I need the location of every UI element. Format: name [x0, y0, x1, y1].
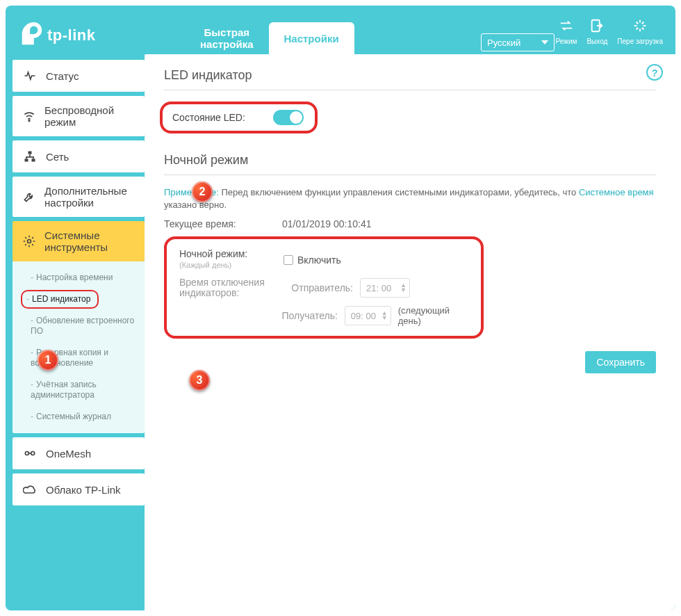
reload-label: Пере загрузка [617, 38, 663, 45]
network-icon [22, 149, 38, 164]
tab-settings-label: Настройки [284, 33, 339, 44]
sender-time-input[interactable]: 21: 00 ▲▼ [360, 278, 410, 298]
svg-point-7 [31, 452, 35, 455]
sender-time-value: 21: 00 [366, 283, 391, 293]
sub-admin[interactable]: -Учётная запись администратора [13, 374, 145, 406]
next-day-note: (следующий день) [398, 305, 468, 326]
enable-label: Включить [297, 254, 341, 266]
subnav-system: -Настройка времени -LED индикатор -Обнов… [13, 261, 145, 433]
section-night-title: Ночной режим [164, 153, 656, 175]
current-time-value: 01/01/2019 00:10:41 [282, 218, 371, 229]
nav-status-label: Статус [46, 70, 79, 82]
step-badge-2: 2 [192, 181, 213, 202]
night-mode-label: Ночной режим: [179, 248, 247, 259]
sub-syslog[interactable]: -Системный журнал [13, 406, 145, 428]
nav-system-label: Системные инструменты [44, 229, 138, 253]
current-time-row: Текущее время: 01/01/2019 00:10:41 [164, 218, 656, 229]
svg-rect-2 [28, 152, 32, 154]
save-button[interactable]: Сохранить [585, 351, 656, 373]
exit-button[interactable]: Выход [586, 18, 607, 45]
receiver-time-value: 09: 00 [351, 311, 376, 321]
section-led-title: LED индикатор [164, 68, 656, 90]
cloud-icon [22, 482, 38, 497]
content-pane: ? LED индикатор Состояние LED: Ночной ре… [145, 54, 675, 610]
exit-label: Выход [586, 38, 607, 45]
nav-extra[interactable]: Дополнительные настройки [13, 177, 145, 217]
brand-text: tp-link [47, 26, 96, 44]
highlight-box-led-state: Состояние LED: [160, 102, 318, 133]
step-badge-3: 3 [189, 370, 210, 391]
mode-button[interactable]: Режим [556, 18, 577, 45]
mode-label: Режим [556, 38, 577, 45]
reload-button[interactable]: Пере загрузка [617, 18, 663, 45]
help-button[interactable]: ? [646, 64, 663, 81]
top-tabs: Быстрая настройка Настройки [185, 22, 354, 54]
receiver-time-input[interactable]: 09: 00 ▲▼ [345, 306, 391, 325]
top-actions: Режим Выход Пере загрузка [556, 18, 663, 45]
reload-icon [632, 18, 648, 35]
current-time-label: Текущее время: [164, 218, 282, 229]
nav-status[interactable]: Статус [13, 60, 145, 92]
nav-network-label: Сеть [46, 151, 69, 163]
system-time-link[interactable]: Системное время [579, 187, 654, 197]
led-state-label: Состояние LED: [168, 112, 245, 123]
wrench-icon [22, 189, 36, 204]
sub-time[interactable]: -Настройка времени [13, 267, 145, 289]
nav-cloud[interactable]: Облако TP-Link [13, 473, 145, 505]
highlight-box-night-mode: Ночной режим: (Каждый день) Включить Вре… [164, 236, 484, 339]
night-mode-sub: (Каждый день) [179, 261, 231, 269]
tab-quick-line1: Быстрая [204, 26, 249, 38]
svg-point-5 [28, 240, 31, 243]
tab-quick-line2: настройка [200, 38, 254, 50]
onemesh-icon [22, 446, 38, 461]
exit-icon [589, 18, 605, 35]
pulse-icon [22, 68, 38, 83]
language-value: Русский [487, 38, 520, 48]
svg-rect-4 [32, 159, 35, 161]
receiver-label: Получатель: [274, 310, 345, 321]
gear-icon [22, 234, 36, 249]
mode-icon [559, 18, 574, 35]
sub-firmware[interactable]: -Обновление встроенного ПО [13, 310, 145, 342]
nav-extra-label: Дополнительные настройки [44, 185, 138, 209]
svg-point-1 [28, 120, 30, 122]
sub-led[interactable]: -LED индикатор [26, 294, 90, 305]
nav-onemesh[interactable]: OneMesh [13, 437, 145, 469]
step-badge-1: 1 [38, 350, 58, 371]
nav-network[interactable]: Сеть [13, 140, 145, 172]
led-state-toggle[interactable] [273, 110, 304, 125]
nav-cloud-label: Облако TP-Link [46, 484, 121, 496]
tplink-logo-icon [18, 21, 44, 50]
tab-settings[interactable]: Настройки [269, 22, 354, 54]
chevron-down-icon [541, 40, 548, 44]
language-select[interactable]: Русский [481, 33, 555, 51]
nav-system-tools[interactable]: Системные инструменты [13, 221, 145, 261]
spinner-icon[interactable]: ▲▼ [381, 311, 388, 321]
wifi-icon [22, 108, 36, 124]
sidebar: Статус Беспроводной режим Сеть Дополните… [6, 54, 145, 610]
top-bar: tp-link Быстрая настройка Настройки Русс… [6, 6, 675, 54]
enable-checkbox[interactable] [284, 255, 293, 265]
sender-label: Отправитель: [284, 282, 360, 293]
sub-backup[interactable]: -Резервная копия и восстановление [13, 342, 145, 374]
brand-logo: tp-link [18, 21, 96, 50]
nav-wireless-label: Беспроводной режим [44, 104, 138, 128]
off-time-label: Время отключения индикаторов: [179, 277, 284, 298]
tab-quick-setup[interactable]: Быстрая настройка [185, 22, 269, 54]
svg-rect-3 [25, 159, 28, 161]
note-text: Примечание: Перед включением функции упр… [164, 186, 656, 211]
spinner-icon[interactable]: ▲▼ [400, 283, 407, 293]
nav-onemesh-label: OneMesh [46, 448, 91, 460]
nav-wireless[interactable]: Беспроводной режим [13, 96, 145, 136]
svg-point-6 [25, 452, 28, 455]
